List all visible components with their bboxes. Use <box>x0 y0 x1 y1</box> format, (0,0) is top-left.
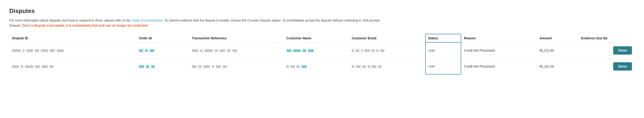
show-button-row1[interactable]: Show <box>613 46 632 55</box>
reason-cell: Credit Not Processed <box>461 42 537 58</box>
evidence-due-cell <box>578 42 610 58</box>
header-reason: Reason <box>461 34 537 43</box>
header-order-id: Order ID <box>136 34 189 43</box>
txn-ref-cell <box>189 58 284 74</box>
dispute-id-cell <box>9 58 136 74</box>
disputes-table: Dispute ID Order ID Transaction Referenc… <box>9 34 635 75</box>
status-cell: Lost <box>426 42 461 58</box>
warning-text: Once a dispute is accepted, it is immedi… <box>21 24 148 27</box>
header-status: Status <box>426 34 461 43</box>
header-txn-ref: Transaction Reference <box>189 34 284 43</box>
show-button-row2[interactable]: Show <box>613 62 632 71</box>
header-amount: Amount <box>537 34 578 43</box>
amount-cell: $1,161.00 <box>537 58 578 74</box>
cust-name-cell <box>284 58 349 74</box>
txn-ref-cell <box>189 42 284 58</box>
page-title: Disputes <box>9 7 635 14</box>
header-dispute-id: Dispute ID <box>9 34 136 43</box>
evidence-due-cell <box>578 58 610 74</box>
table-row: Lost Credit Not Processed $1,161.00 Show <box>9 58 635 74</box>
action-cell: Show <box>610 42 635 58</box>
cust-name-cell <box>284 42 349 58</box>
reason-cell: Credit Not Processed <box>461 58 537 74</box>
stripe-docs-link[interactable]: Stripe Documentation <box>132 18 163 22</box>
header-cust-email: Customer Email <box>349 34 426 43</box>
order-id-cell <box>136 58 189 74</box>
table-row: Lost Credit Not Processed $1,212.60 Show <box>9 42 635 58</box>
order-id-cell <box>136 42 189 58</box>
description-text: For more information about disputes and … <box>9 18 380 28</box>
cust-email-cell <box>349 58 426 74</box>
description-part1: For more information about disputes and … <box>9 18 132 22</box>
header-cust-name: Customer Name <box>284 34 349 43</box>
cust-email-cell <box>349 42 426 58</box>
header-evidence-due: Evidence Due By <box>578 34 610 43</box>
header-action <box>610 34 635 43</box>
action-cell: Show <box>610 58 635 74</box>
dispute-id-cell <box>9 42 136 58</box>
amount-cell: $1,212.60 <box>537 42 578 58</box>
status-cell: Lost <box>426 58 461 74</box>
